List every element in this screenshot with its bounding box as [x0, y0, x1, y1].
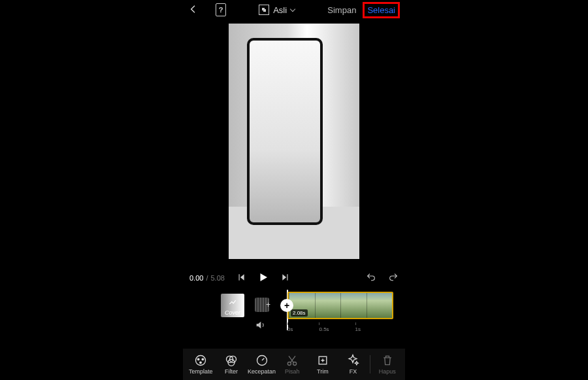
tool-delete: Hapus [374, 354, 401, 375]
tool-label: Kecepatan [248, 368, 276, 375]
tool-fx[interactable]: FX [339, 354, 367, 375]
redo-button[interactable] [388, 272, 399, 284]
tool-trim[interactable]: Trim [309, 354, 336, 375]
chevron-down-icon [290, 7, 295, 12]
tool-label: Template [189, 368, 213, 375]
toolbar-divider [370, 355, 370, 373]
total-duration: 5.08 [210, 274, 224, 282]
video-clip[interactable]: 2.08s [287, 292, 393, 319]
bottom-toolbar: Template Filter Kecepatan Pisah Trim FX … [183, 349, 405, 380]
tool-filter[interactable]: Filter [218, 354, 245, 375]
video-preview-area [183, 20, 405, 266]
editor-screen: ? Asli Simpan Selesai 0.00 / 5.08 [183, 0, 405, 380]
tool-speed[interactable]: Kecepatan [248, 354, 276, 375]
add-clip-button[interactable]: + [255, 298, 269, 312]
tool-label: FX [350, 368, 357, 375]
audio-toggle-button[interactable] [255, 320, 265, 333]
tool-label: Pisah [285, 368, 300, 375]
aspect-icon [259, 5, 269, 15]
prev-frame-button[interactable] [237, 273, 246, 283]
ruler-tick: 1s [355, 326, 361, 339]
tool-label: Hapus [379, 368, 396, 375]
transport-bar: 0.00 / 5.08 [183, 266, 405, 290]
aspect-ratio-button[interactable]: Asli [259, 5, 295, 15]
help-button[interactable]: ? [216, 3, 226, 16]
aspect-label: Asli [273, 5, 287, 15]
done-button[interactable]: Selesai [367, 5, 395, 15]
svg-point-2 [202, 358, 204, 360]
timeline-area: Cover + + 2.08s 0s 0.5s 1s [183, 290, 405, 349]
back-button[interactable] [188, 4, 199, 16]
time-ruler: 0s 0.5s 1s [287, 326, 405, 339]
play-button[interactable] [257, 271, 269, 285]
time-separator: / [206, 274, 208, 282]
svg-point-3 [200, 362, 202, 364]
time-display: 0.00 / 5.08 [189, 274, 225, 282]
top-bar: ? Asli Simpan Selesai [183, 0, 405, 20]
svg-point-1 [198, 358, 200, 360]
add-media-button[interactable]: + [280, 299, 293, 312]
ruler-tick: 0.5s [319, 326, 329, 339]
plus-icon: + [266, 300, 270, 309]
tool-template[interactable]: Template [187, 354, 214, 375]
cover-thumbnail[interactable]: Cover [221, 294, 244, 317]
save-button[interactable]: Simpan [327, 5, 356, 15]
undo-button[interactable] [366, 272, 376, 284]
ruler-tick: 0s [287, 326, 293, 339]
tool-label: Filter [225, 368, 238, 375]
done-highlight: Selesai [363, 2, 400, 18]
tool-label: Trim [317, 368, 329, 375]
tool-split: Pisah [278, 354, 306, 375]
cover-label: Cover [225, 309, 240, 316]
next-frame-button[interactable] [281, 273, 290, 283]
current-time: 0.00 [189, 274, 203, 282]
clip-duration-badge: 2.08s [291, 309, 308, 317]
video-preview[interactable] [229, 24, 359, 259]
